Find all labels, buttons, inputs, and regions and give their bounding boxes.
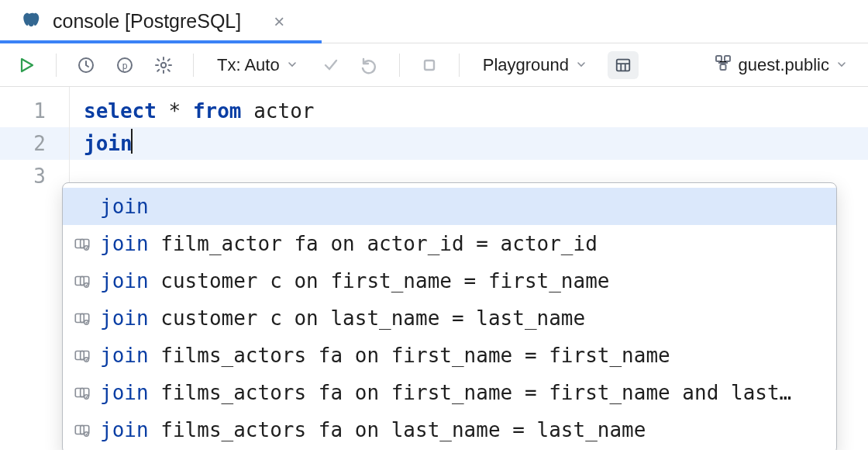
commit-button[interactable] — [319, 53, 343, 78]
tab-bar: console [PostgreSQL] × — [0, 0, 868, 43]
code-line: select * from actor — [84, 95, 868, 127]
completion-text: join films_actors fa on first_name = fir… — [100, 344, 670, 367]
completion-item[interactable]: join films_actors fa on last_name = last… — [63, 411, 836, 448]
completion-text: join customer c on first_name = first_na… — [100, 269, 609, 292]
tab-console[interactable]: console [PostgreSQL] × — [0, 0, 303, 43]
join-suggestion-icon — [74, 310, 92, 327]
separator — [399, 54, 400, 77]
svg-rect-12 — [75, 277, 84, 286]
text-caret — [131, 129, 133, 154]
line-number: 3 — [0, 160, 46, 192]
svg-rect-15 — [75, 314, 84, 323]
completion-item[interactable]: join film_actor fa on actor_id = actor_i… — [63, 225, 836, 262]
svg-rect-21 — [75, 389, 84, 397]
join-suggestion-icon — [74, 272, 92, 289]
line-number: 2 — [0, 127, 46, 160]
chevron-down-icon — [286, 55, 298, 75]
history-button[interactable] — [74, 53, 98, 78]
join-suggestion-icon — [74, 421, 92, 438]
chevron-down-icon — [575, 55, 587, 75]
run-button[interactable] — [14, 53, 39, 78]
completion-item[interactable]: join — [63, 188, 836, 225]
active-tab-indicator — [0, 40, 322, 43]
completion-item[interactable]: join customer c on first_name = first_na… — [63, 262, 836, 299]
completion-text: join — [100, 195, 149, 218]
tx-mode-label: Tx: Auto — [217, 55, 280, 75]
separator — [459, 54, 460, 77]
join-suggestion-icon — [74, 384, 92, 401]
postgresql-icon — [19, 10, 42, 33]
tab-title: console [PostgreSQL] — [53, 10, 241, 33]
completion-text: join films_actors fa on first_name = fir… — [100, 381, 791, 404]
separator — [56, 54, 57, 77]
sql-editor[interactable]: 1 2 3 select * from actor join — [0, 87, 868, 192]
svg-rect-9 — [75, 240, 84, 248]
svg-text:p: p — [122, 60, 127, 71]
schema-icon — [714, 54, 732, 77]
completion-item[interactable]: join films_actors fa on first_name = fir… — [63, 337, 836, 374]
plan-button[interactable]: p — [112, 53, 137, 78]
svg-rect-6 — [716, 56, 722, 61]
chevron-down-icon — [835, 55, 848, 75]
tx-mode-dropdown[interactable]: Tx: Auto — [211, 55, 305, 75]
line-gutter: 1 2 3 — [0, 87, 70, 192]
schema-dropdown[interactable]: guest.public — [708, 54, 854, 77]
svg-rect-24 — [75, 426, 84, 434]
line-number: 1 — [0, 95, 46, 127]
svg-rect-4 — [425, 61, 434, 70]
schema-label: guest.public — [739, 55, 829, 75]
completion-text: join film_actor fa on actor_id = actor_i… — [100, 232, 598, 255]
stop-button[interactable] — [417, 53, 442, 78]
code-line: join — [84, 127, 868, 160]
completion-text: join customer c on last_name = last_name — [100, 306, 585, 330]
completion-item[interactable]: join customer c on last_name = last_name — [63, 299, 836, 337]
svg-rect-18 — [75, 351, 84, 360]
playground-label: Playground — [483, 55, 569, 75]
settings-button[interactable] — [151, 53, 176, 78]
close-tab-button[interactable]: × — [274, 11, 284, 33]
completion-item[interactable]: join films_actors fa on first_name = fir… — [63, 374, 836, 411]
separator — [193, 54, 194, 77]
rollback-button[interactable] — [357, 53, 382, 78]
toolbar: p Tx: Auto Playground guest.public — [0, 43, 868, 87]
output-view-button[interactable] — [608, 51, 639, 79]
svg-rect-8 — [720, 64, 725, 70]
join-suggestion-icon — [74, 235, 92, 252]
autocomplete-popup[interactable]: joinjoin film_actor fa on actor_id = act… — [62, 182, 837, 450]
code-area[interactable]: select * from actor join — [70, 87, 868, 192]
completion-text: join films_actors fa on last_name = last… — [100, 418, 646, 441]
join-suggestion-icon — [74, 347, 92, 364]
playground-dropdown[interactable]: Playground — [477, 55, 594, 75]
svg-rect-7 — [725, 56, 730, 61]
svg-rect-5 — [617, 59, 630, 71]
svg-point-3 — [161, 62, 166, 67]
